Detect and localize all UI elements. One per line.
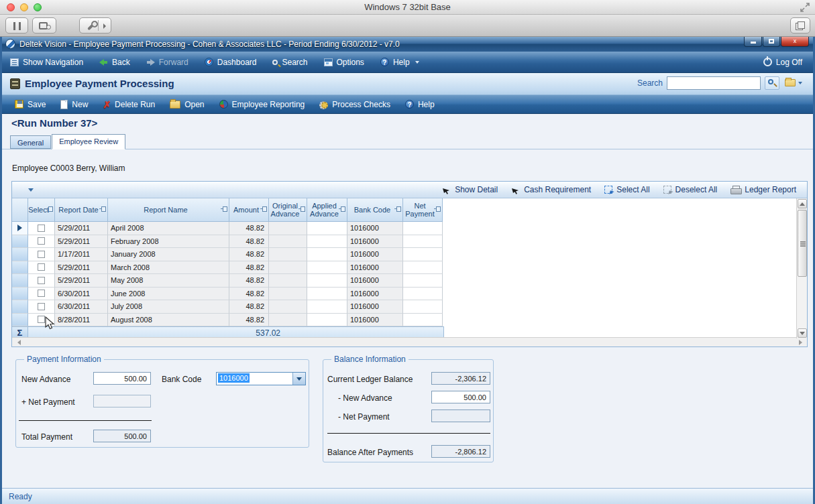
cell-report-date[interactable]: 5/29/2011 bbox=[55, 222, 108, 235]
cell-net-payment[interactable] bbox=[403, 248, 443, 261]
cell-net-payment[interactable] bbox=[403, 288, 443, 301]
show-detail-button[interactable]: Show Detail bbox=[442, 185, 498, 194]
row-indicator[interactable] bbox=[12, 314, 28, 327]
window-minimize-button[interactable] bbox=[744, 37, 762, 47]
process-checks-button[interactable]: Process Checks bbox=[312, 95, 398, 113]
open-button[interactable]: Open bbox=[162, 95, 211, 113]
column-header-report-name[interactable]: Report Name bbox=[108, 198, 229, 222]
cell-original-advance[interactable] bbox=[269, 248, 307, 261]
vm-display-mode-button[interactable] bbox=[790, 17, 810, 34]
column-header-original-advance[interactable]: Original Advance bbox=[269, 198, 307, 222]
save-button[interactable]: Save bbox=[7, 95, 53, 113]
cell-net-payment[interactable] bbox=[403, 314, 443, 327]
cell-net-payment[interactable] bbox=[403, 274, 443, 288]
cell-amount[interactable]: 48.82 bbox=[229, 261, 269, 275]
new-button[interactable]: New bbox=[53, 95, 95, 113]
window-maximize-button[interactable] bbox=[763, 37, 780, 47]
deselect-all-button[interactable]: Deselect All bbox=[663, 185, 718, 194]
cell-original-advance[interactable] bbox=[269, 235, 307, 249]
cell-applied-advance[interactable] bbox=[307, 261, 347, 275]
cell-original-advance[interactable] bbox=[269, 288, 307, 301]
row-indicator[interactable] bbox=[12, 300, 28, 314]
cell-bank-code[interactable]: 1016000 bbox=[347, 274, 403, 288]
scroll-up-button[interactable] bbox=[798, 199, 807, 208]
employee-reporting-button[interactable]: Employee Reporting bbox=[212, 95, 313, 113]
row-checkbox[interactable] bbox=[38, 290, 45, 297]
cell-applied-advance[interactable] bbox=[307, 248, 347, 261]
cell-net-payment[interactable] bbox=[403, 261, 443, 275]
cell-report-date[interactable]: 8/28/2011 bbox=[55, 314, 108, 327]
cell-applied-advance[interactable] bbox=[307, 314, 347, 327]
nav-log-off[interactable]: Log Off bbox=[753, 58, 813, 67]
delete-run-button[interactable]: ✗ Delete Run bbox=[95, 95, 162, 113]
pin-icon[interactable] bbox=[394, 206, 401, 212]
cell-report-name[interactable]: August 2008 bbox=[108, 314, 229, 327]
new-advance-field[interactable]: 500.00 bbox=[93, 372, 151, 385]
cell-bank-code[interactable]: 1016000 bbox=[347, 248, 403, 261]
cell-bank-code[interactable]: 1016000 bbox=[347, 314, 403, 327]
pin-icon[interactable] bbox=[46, 206, 53, 212]
vm-settings-button[interactable] bbox=[79, 17, 111, 34]
row-indicator[interactable] bbox=[12, 274, 28, 288]
cell-original-advance[interactable] bbox=[269, 314, 307, 327]
column-header-net-payment[interactable]: Net Payment bbox=[403, 198, 443, 222]
cell-net-payment[interactable] bbox=[403, 300, 443, 314]
row-checkbox[interactable] bbox=[38, 277, 45, 284]
scroll-left-button[interactable] bbox=[13, 338, 24, 346]
cell-report-date[interactable]: 6/30/2011 bbox=[55, 288, 108, 301]
cell-net-payment[interactable] bbox=[403, 222, 443, 235]
open-saved-search-button[interactable] bbox=[783, 76, 804, 90]
vm-pause-button[interactable] bbox=[5, 17, 28, 34]
grid-menu-caret-icon[interactable] bbox=[28, 188, 34, 192]
cell-bank-code[interactable]: 1016000 bbox=[347, 222, 403, 235]
cell-net-payment[interactable] bbox=[403, 235, 443, 249]
row-indicator[interactable] bbox=[12, 235, 28, 249]
bank-code-combobox[interactable]: 1016000 bbox=[216, 372, 306, 385]
search-input[interactable] bbox=[667, 76, 761, 90]
cell-bank-code[interactable]: 1016000 bbox=[347, 288, 403, 301]
row-checkbox[interactable] bbox=[38, 251, 45, 258]
minus-new-advance-field[interactable]: 500.00 bbox=[431, 391, 490, 403]
cell-applied-advance[interactable] bbox=[307, 288, 347, 301]
cell-report-date[interactable]: 5/29/2011 bbox=[55, 235, 108, 249]
column-header-report-date[interactable]: Report Date bbox=[55, 198, 108, 222]
cell-report-name[interactable]: April 2008 bbox=[108, 222, 229, 235]
pin-icon[interactable] bbox=[434, 206, 441, 212]
column-header-select[interactable]: Select bbox=[28, 198, 55, 222]
cell-original-advance[interactable] bbox=[269, 274, 307, 288]
scroll-down-button[interactable] bbox=[798, 328, 807, 338]
nav-show-navigation[interactable]: Show Navigation bbox=[2, 52, 91, 72]
cell-amount[interactable]: 48.82 bbox=[229, 235, 269, 249]
row-indicator[interactable] bbox=[12, 261, 28, 275]
combo-value[interactable]: 1016000 bbox=[217, 373, 292, 385]
vertical-scrollbar[interactable] bbox=[796, 198, 807, 338]
plus-net-payment-field[interactable] bbox=[93, 395, 151, 407]
cell-amount[interactable]: 48.82 bbox=[229, 248, 269, 261]
cell-amount[interactable]: 48.82 bbox=[229, 288, 269, 301]
cell-report-name[interactable]: June 2008 bbox=[108, 288, 229, 301]
vm-snapshot-button[interactable] bbox=[32, 17, 56, 34]
row-indicator[interactable] bbox=[12, 222, 28, 235]
column-header-bank-code[interactable]: Bank Code bbox=[347, 198, 403, 222]
row-checkbox[interactable] bbox=[38, 237, 45, 245]
cell-applied-advance[interactable] bbox=[307, 274, 347, 288]
row-checkbox[interactable] bbox=[38, 263, 45, 271]
scroll-right-button[interactable] bbox=[795, 338, 806, 346]
cell-report-date[interactable]: 6/30/2011 bbox=[55, 300, 108, 314]
cash-requirement-button[interactable]: Cash Requirement bbox=[511, 185, 591, 194]
search-go-button[interactable] bbox=[765, 76, 779, 90]
cell-report-name[interactable]: February 2008 bbox=[108, 235, 229, 249]
cell-report-date[interactable]: 5/29/2011 bbox=[55, 261, 108, 275]
window-close-button[interactable]: x bbox=[781, 37, 809, 47]
cell-report-name[interactable]: May 2008 bbox=[108, 274, 229, 288]
combo-dropdown-button[interactable] bbox=[292, 373, 305, 385]
pin-icon[interactable] bbox=[221, 206, 227, 212]
cell-amount[interactable]: 48.82 bbox=[229, 314, 269, 327]
cell-report-date[interactable]: 5/29/2011 bbox=[55, 274, 108, 288]
select-all-button[interactable]: Select All bbox=[604, 185, 649, 194]
app-titlebar[interactable]: Deltek Vision - Employee Payment Process… bbox=[2, 37, 813, 52]
chevron-right-icon[interactable] bbox=[103, 23, 106, 29]
nav-options[interactable]: Options bbox=[316, 52, 372, 72]
cell-applied-advance[interactable] bbox=[307, 222, 347, 235]
column-header-amount[interactable]: Amount bbox=[229, 198, 269, 222]
